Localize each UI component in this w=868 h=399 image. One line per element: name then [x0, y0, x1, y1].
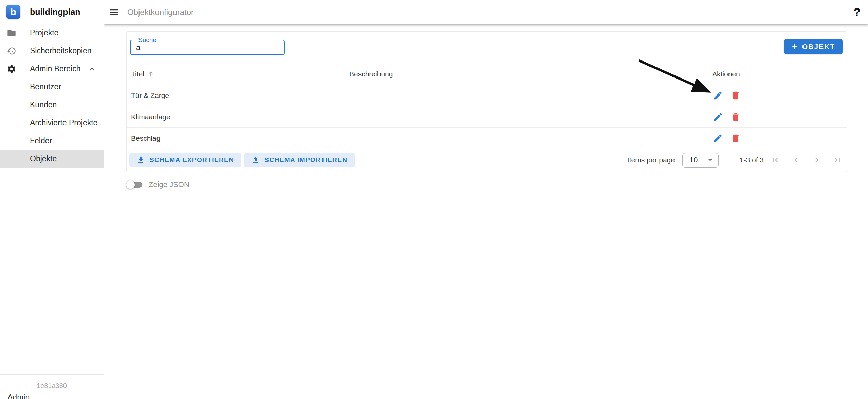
content-card: Suche + OBJEKT Titel Beschreibung Aktion…: [126, 31, 847, 172]
edit-button[interactable]: [713, 133, 723, 143]
brand: b buildingplan: [0, 0, 104, 24]
chevron-right-icon: [812, 155, 821, 165]
delete-button[interactable]: [731, 90, 741, 101]
items-per-page-label: Items per page:: [627, 156, 677, 164]
sidebar-item-label: Objekte: [30, 154, 57, 163]
schema-export-label: SCHEMA EXPORTIEREN: [150, 156, 234, 164]
sidebar-item-felder[interactable]: Felder: [0, 132, 104, 150]
device-id: 1e81a380: [0, 382, 104, 390]
column-header-titel[interactable]: Titel: [127, 70, 349, 78]
cell-titel: Tür & Zarge: [127, 91, 349, 100]
last-page-button[interactable]: [833, 155, 842, 165]
plus-icon: +: [792, 41, 798, 51]
help-button[interactable]: ?: [854, 6, 861, 19]
chevron-left-icon: [791, 155, 801, 165]
folder-icon: [7, 28, 16, 38]
download-icon: [137, 156, 145, 164]
app-logo-icon: b: [6, 5, 20, 19]
table-row: Beschlag: [127, 128, 847, 149]
cell-actions: [712, 133, 847, 143]
sidebar-item-label: Admin Bereich: [30, 64, 81, 73]
sort-ascending-icon: [147, 70, 154, 78]
menu-icon[interactable]: [110, 8, 119, 16]
json-toggle-row: Zeige JSON: [127, 180, 189, 189]
sidebar-item-label: Benutzer: [30, 82, 61, 91]
table-row: Tür & Zarge: [127, 85, 847, 106]
sidebar: b buildingplan Projekte Sicherheitskopie…: [0, 0, 104, 399]
cell-titel: Klimaanlage: [127, 113, 349, 121]
schema-export-button[interactable]: SCHEMA EXPORTIEREN: [129, 153, 241, 167]
cell-titel: Beschlag: [127, 134, 349, 142]
topbar: Objektkonfigurator ?: [104, 0, 868, 24]
search-field-label: Suche: [136, 37, 159, 44]
sidebar-item-benutzer[interactable]: Benutzer: [0, 78, 104, 96]
pencil-icon: [713, 133, 723, 143]
first-page-icon: [771, 155, 780, 165]
table-footer: SCHEMA EXPORTIEREN SCHEMA IMPORTIEREN It…: [127, 149, 847, 172]
sidebar-item-label: Felder: [30, 136, 52, 145]
table-header-row: Titel Beschreibung Aktionen: [127, 64, 847, 85]
upload-icon: [252, 156, 260, 164]
delete-button[interactable]: [731, 112, 741, 122]
search-field: Suche: [130, 40, 285, 55]
first-page-button[interactable]: [771, 155, 780, 165]
objects-table: Titel Beschreibung Aktionen Tür & Zarge: [127, 64, 847, 149]
sidebar-item-label: Projekte: [30, 28, 58, 37]
trash-icon: [731, 90, 741, 101]
chevron-up-icon: [88, 65, 96, 73]
edit-button[interactable]: [713, 112, 723, 122]
add-object-label: OBJEKT: [802, 42, 835, 51]
table-row: Klimaanlage: [127, 106, 847, 128]
previous-page-button[interactable]: [791, 155, 801, 165]
last-page-icon: [833, 155, 842, 165]
column-header-aktionen: Aktionen: [712, 70, 847, 78]
page-size-value: 10: [689, 156, 698, 164]
pencil-icon: [713, 90, 723, 101]
json-toggle-label: Zeige JSON: [149, 180, 189, 189]
history-icon: [7, 46, 16, 56]
caret-down-icon: [706, 156, 714, 164]
schema-import-label: SCHEMA IMPORTIEREN: [264, 156, 347, 164]
edit-button[interactable]: [713, 90, 723, 101]
column-header-beschreibung[interactable]: Beschreibung: [349, 70, 712, 78]
page-title: Objektkonfigurator: [127, 7, 194, 17]
paginator-nav: [771, 155, 842, 165]
pencil-icon: [713, 112, 723, 122]
paginator: Items per page: 10 1-3 of 3: [627, 153, 842, 168]
sidebar-item-objekte[interactable]: Objekte: [0, 150, 104, 168]
cell-actions: [712, 112, 847, 122]
trash-icon: [731, 112, 741, 122]
sidebar-item-projekte[interactable]: Projekte: [0, 24, 104, 42]
trash-icon: [731, 133, 741, 143]
add-object-button[interactable]: + OBJEKT: [784, 39, 843, 54]
sidebar-item-label: Archivierte Projekte: [30, 118, 97, 127]
brand-name: buildingplan: [30, 7, 80, 17]
page-size-select[interactable]: 10: [682, 153, 719, 168]
toggle-thumb: [126, 180, 135, 189]
next-page-button[interactable]: [812, 155, 821, 165]
gear-icon: [7, 64, 16, 74]
sidebar-item-label: Kunden: [30, 100, 57, 109]
schema-import-button[interactable]: SCHEMA IMPORTIEREN: [244, 153, 355, 167]
paginator-range-label: 1-3 of 3: [740, 156, 764, 164]
cell-actions: [712, 90, 847, 101]
sidebar-item-kunden[interactable]: Kunden: [0, 96, 104, 114]
footer-user: Admin: [7, 393, 30, 399]
delete-button[interactable]: [731, 133, 741, 143]
logo-letter: b: [10, 7, 16, 17]
sidebar-footer-divider: [0, 374, 104, 375]
sidebar-item-label: Sicherheitskopien: [30, 46, 92, 55]
sidebar-item-admin-bereich[interactable]: Admin Bereich: [0, 60, 104, 78]
sidebar-item-archivierte-projekte[interactable]: Archivierte Projekte: [0, 114, 104, 132]
json-toggle-switch[interactable]: [127, 182, 142, 188]
sidebar-item-sicherheitskopien[interactable]: Sicherheitskopien: [0, 42, 104, 60]
column-label: Titel: [131, 70, 144, 78]
